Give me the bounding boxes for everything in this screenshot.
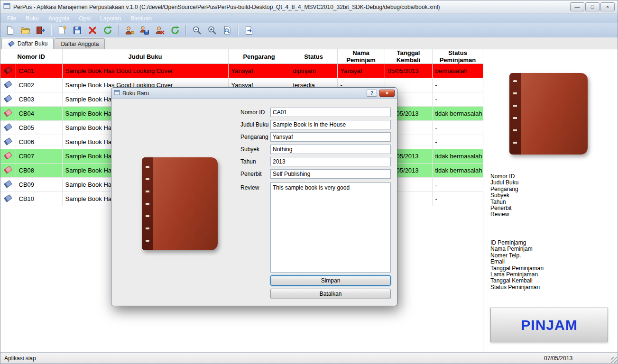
column-header-nomor-id[interactable]: Nomor ID — [0, 49, 62, 64]
app-icon — [3, 2, 10, 11]
app-window: PerPus - Aplikasi Manajemen Perpustakaan… — [0, 0, 618, 364]
column-header-tanggal-kembali[interactable]: Tanggal Kembali — [385, 49, 432, 64]
simpan-button[interactable]: Simpan — [270, 275, 391, 286]
report-icon — [244, 25, 254, 36]
label-subyek: Subyek — [490, 192, 518, 199]
judul-buku-input[interactable] — [270, 120, 391, 129]
book-row-icon — [3, 83, 13, 90]
field-label-tahun: Tahun — [240, 158, 256, 165]
column-header-status-peminjaman[interactable]: Status Peminjaman — [432, 49, 483, 64]
label-email: Email — [490, 259, 544, 265]
book-row-icon — [3, 126, 13, 133]
detail-panel: Nomor IDJudul BukuPengarangSubyekTahunPe… — [483, 49, 618, 352]
table-cell: - — [432, 121, 483, 135]
tahun-input[interactable] — [270, 157, 391, 166]
add-member-button[interactable] — [122, 24, 137, 36]
maximize-button[interactable]: □ — [585, 2, 600, 11]
tab-daftar-buku[interactable]: Daftar Buku — [1, 38, 54, 49]
field-label-review: Review — [240, 184, 259, 191]
new-file-button[interactable] — [3, 24, 17, 36]
print-preview-button[interactable] — [220, 24, 234, 36]
dialog-title: Buku Baru — [122, 90, 364, 97]
table-cell: CB04 — [16, 107, 62, 121]
menu-file[interactable]: File — [2, 14, 21, 23]
table-cell: CB02 — [16, 78, 62, 92]
book-row-icon — [3, 154, 13, 161]
refresh-books-button[interactable] — [101, 24, 115, 36]
book-row-icon — [3, 97, 13, 104]
label-judul-buku: Judul Buku — [490, 180, 518, 186]
menu-anggota[interactable]: Anggota — [44, 14, 74, 23]
column-header-nama-peminjam[interactable]: Nama Peminjam — [337, 49, 385, 64]
new-book-icon — [57, 25, 67, 36]
book-row-icon — [3, 140, 13, 147]
zoom-out-button[interactable] — [190, 24, 204, 36]
column-header-status[interactable]: Status — [290, 49, 337, 64]
window-title: PerPus - Aplikasi Manajemen Perpustakaan… — [13, 4, 567, 10]
table-cell: Yansyaf — [228, 64, 290, 78]
table-cell: CB08 — [16, 164, 62, 178]
delete-member-button[interactable] — [153, 24, 167, 36]
menu-buku[interactable]: Buku — [21, 14, 43, 23]
table-cell: - — [432, 92, 483, 107]
label-tahun: Tahun — [490, 199, 518, 205]
field-label-penerbit: Penerbit — [240, 171, 262, 177]
resize-grip[interactable] — [611, 357, 617, 363]
table-cell: bermasalah — [432, 64, 483, 78]
label-tanggal-kembali: Tanggal Kembali — [490, 278, 544, 284]
exit-button[interactable] — [33, 24, 47, 36]
save-member-button[interactable] — [138, 24, 152, 36]
table-cell: - — [432, 192, 483, 206]
refresh-books-icon — [102, 25, 113, 36]
table-row-ca01[interactable]: CA01Sample Book Has Good Looking CoverYa… — [0, 64, 483, 78]
close-button[interactable]: × — [600, 2, 615, 11]
table-cell: 05/05/2013 — [385, 64, 432, 78]
subyek-input[interactable] — [270, 145, 391, 154]
tab-daftar-anggota[interactable]: Daftar Anggota — [55, 38, 105, 49]
refresh-members-button[interactable] — [168, 24, 182, 36]
toolbar — [0, 23, 618, 37]
table-cell: Yansyaf — [337, 64, 385, 78]
dialog-help-button[interactable]: ? — [367, 90, 377, 97]
book-table-header-row: Nomor IDJudul BukuPengarangStatusNama Pe… — [0, 49, 483, 64]
zoom-in-button[interactable] — [205, 24, 219, 36]
open-file-button[interactable] — [18, 24, 32, 36]
delete-book-icon — [87, 25, 98, 36]
book-info-labels: Nomor IDJudul BukuPengarangSubyekTahunPe… — [490, 173, 518, 218]
minimize-button[interactable]: — — [570, 2, 584, 11]
label-pengarang: Pengarang — [490, 186, 518, 192]
nomor-id-input[interactable] — [270, 108, 391, 117]
column-header-judul-buku[interactable]: Judul Buku — [62, 49, 228, 64]
label-penerbit: Penerbit — [490, 205, 518, 211]
new-book-button[interactable] — [55, 24, 69, 36]
book-cover-image — [509, 73, 588, 155]
column-header-pengarang[interactable]: Pengarang — [228, 49, 290, 64]
field-label-nomor-id: Nomor ID — [240, 109, 265, 116]
zoom-in-icon — [207, 25, 217, 36]
menu-bantuan[interactable]: Bantuan — [126, 14, 157, 23]
report-button[interactable] — [242, 24, 256, 36]
status-date: 07/05/2013 — [540, 353, 618, 364]
zoom-out-icon — [192, 25, 202, 36]
buku-baru-dialog: Buku Baru ? × Nomor IDJudul BukuPengaran… — [111, 87, 397, 306]
review-input[interactable] — [270, 182, 391, 273]
pengarang-input[interactable] — [270, 132, 391, 142]
book-row-icon — [3, 197, 13, 204]
batalkan-button[interactable]: Batalkan — [270, 289, 391, 299]
window-controls: — □ × — [570, 2, 615, 11]
table-cell: tidak bermasalah — [432, 107, 483, 121]
table-cell: - — [432, 178, 483, 192]
field-label-subyek: Subyek — [240, 146, 259, 153]
penerbit-input[interactable] — [270, 169, 391, 179]
menu-opsi[interactable]: Opsi — [74, 14, 95, 23]
table-cell: tidak bermasalah — [432, 149, 483, 164]
dialog-close-button[interactable]: × — [379, 90, 395, 97]
dialog-form: Nomor IDJudul BukuPengarangSubyekTahunPe… — [111, 99, 397, 306]
title-bar: PerPus - Aplikasi Manajemen Perpustakaan… — [0, 0, 618, 14]
menu-laporan[interactable]: Laporan — [95, 14, 126, 23]
pinjam-button[interactable]: PINJAM — [490, 308, 608, 342]
delete-book-button[interactable] — [85, 24, 100, 36]
save-book-button[interactable] — [70, 24, 84, 36]
book-icon — [8, 40, 15, 47]
table-cell: CB07 — [16, 149, 62, 164]
